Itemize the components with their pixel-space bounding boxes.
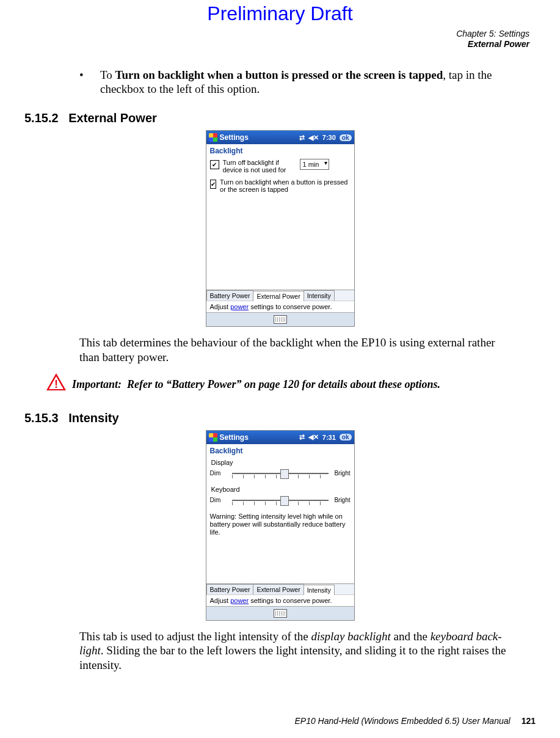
- section-heading-external-power: 5.15.2 External Power: [24, 111, 536, 125]
- clock: 7:30: [322, 134, 336, 141]
- volume-icon: ◀✕: [308, 433, 319, 441]
- tab-bar: Battery Power External Power Intensity: [206, 290, 354, 301]
- wm-titlebar: Settings ⇄ ◀✕ 7:31 ok: [206, 431, 354, 444]
- tab-external-power[interactable]: External Power: [253, 291, 304, 301]
- checkbox-turnon[interactable]: [210, 180, 217, 189]
- option-turnoff-label: Turn off backlight if device is not used…: [223, 159, 296, 174]
- bright-label: Bright: [332, 470, 351, 477]
- tab-battery-power[interactable]: Battery Power: [206, 584, 254, 594]
- section-heading-intensity: 5.15.3 Intensity: [24, 411, 536, 425]
- connectivity-icon: ⇄: [299, 134, 305, 142]
- wm-title: Settings: [220, 433, 249, 442]
- keyboard-slider-thumb[interactable]: [280, 496, 289, 506]
- start-icon: [209, 433, 217, 442]
- hint-bar: Adjust power settings to conserve power.: [206, 594, 354, 606]
- keyboard-slider-label: Keyboard: [210, 486, 351, 493]
- tab-intensity[interactable]: Intensity: [304, 290, 335, 301]
- header-chapter: Chapter 5: Settings: [24, 29, 529, 39]
- keyboard-icon[interactable]: [274, 315, 287, 324]
- bullet-marker: •: [79, 68, 100, 97]
- tab-bar: Battery Power External Power Intensity: [206, 583, 354, 594]
- panel-title: Backlight: [206, 144, 354, 156]
- volume-icon: ◀✕: [308, 134, 319, 142]
- wm-titlebar: Settings ⇄ ◀✕ 7:30 ok: [206, 131, 354, 144]
- clock: 7:31: [322, 434, 336, 441]
- paragraph-intensity: This tab is used to adjust the light int…: [79, 629, 517, 673]
- sip-bar: [206, 312, 354, 326]
- checkbox-turnoff[interactable]: [210, 160, 219, 169]
- dim-label: Dim: [210, 470, 228, 477]
- screenshot-external-power: Settings ⇄ ◀✕ 7:30 ok Backlight Turn off…: [206, 130, 355, 327]
- display-slider-label: Display: [210, 459, 351, 466]
- tab-external-power[interactable]: External Power: [253, 584, 304, 594]
- keyboard-icon[interactable]: [274, 609, 287, 618]
- option-turnon-label: Turn on backlight when a button is press…: [220, 178, 350, 193]
- bullet-text: To Turn on backlight when a button is pr…: [100, 68, 517, 97]
- ok-button[interactable]: ok: [340, 434, 352, 440]
- running-header: Chapter 5: Settings External Power: [24, 29, 529, 49]
- dim-label: Dim: [210, 497, 228, 503]
- hint-bar: Adjust power settings to conserve power.: [206, 301, 354, 312]
- timeout-select[interactable]: 1 min: [300, 159, 330, 170]
- footer-manual-title: EP10 Hand-Held (Windows Embedded 6.5) Us…: [294, 716, 510, 726]
- connectivity-icon: ⇄: [299, 433, 305, 441]
- tab-battery-power[interactable]: Battery Power: [206, 290, 254, 301]
- wm-title: Settings: [220, 133, 249, 142]
- panel-title: Backlight: [206, 444, 354, 456]
- tab-intensity[interactable]: Intensity: [304, 585, 335, 595]
- keyboard-slider[interactable]: [232, 494, 329, 506]
- page-footer: EP10 Hand-Held (Windows Embedded 6.5) Us…: [294, 716, 536, 726]
- power-link[interactable]: power: [230, 303, 249, 310]
- screenshot-intensity: Settings ⇄ ◀✕ 7:31 ok Backlight Display …: [206, 430, 355, 621]
- page-number: 121: [522, 716, 536, 726]
- display-slider[interactable]: [232, 467, 329, 480]
- bullet-item: • To Turn on backlight when a button is …: [79, 68, 517, 97]
- paragraph-external-power: This tab determines the behaviour of the…: [79, 335, 517, 365]
- preliminary-draft-heading: Preliminary Draft: [24, 2, 536, 25]
- bright-label: Bright: [332, 497, 351, 503]
- important-note: ! Important: Refer to “Battery Power” on…: [46, 373, 536, 398]
- warning-icon: !: [46, 373, 66, 398]
- start-icon: [209, 133, 217, 142]
- intensity-warning: Warning: Setting intensity level high wh…: [210, 513, 351, 537]
- header-section: External Power: [24, 39, 529, 49]
- power-link[interactable]: power: [230, 597, 249, 604]
- important-label: Important:: [72, 378, 122, 390]
- important-text: Refer to “Battery Power” on page 120 for…: [127, 378, 440, 390]
- sip-bar: [206, 606, 354, 620]
- display-slider-thumb[interactable]: [280, 469, 289, 479]
- ok-button[interactable]: ok: [340, 134, 352, 141]
